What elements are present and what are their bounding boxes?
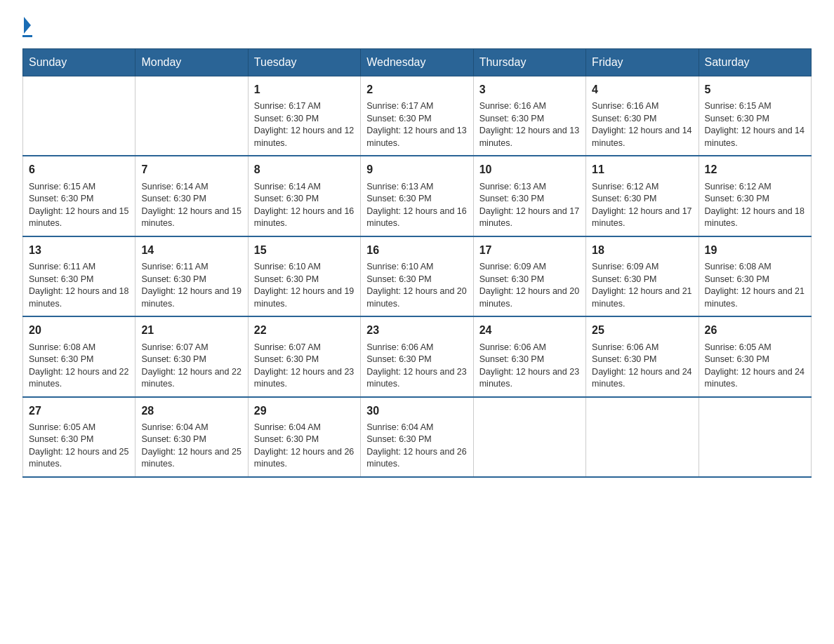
day-number: 7 — [141, 162, 241, 177]
calendar-cell: 5Sunrise: 6:15 AMSunset: 6:30 PMDaylight… — [699, 76, 811, 156]
weekday-header-thursday: Thursday — [473, 49, 585, 76]
day-info: Sunrise: 6:10 AMSunset: 6:30 PMDaylight:… — [254, 261, 355, 310]
calendar-cell: 30Sunrise: 6:04 AMSunset: 6:30 PMDayligh… — [361, 397, 473, 477]
logo-underline — [22, 35, 32, 37]
day-number: 2 — [366, 82, 467, 98]
calendar-cell — [23, 76, 135, 156]
calendar-cell: 6Sunrise: 6:15 AMSunset: 6:30 PMDaylight… — [23, 156, 135, 236]
calendar-week-1: 1Sunrise: 6:17 AMSunset: 6:30 PMDaylight… — [23, 76, 812, 156]
day-number: 1 — [254, 82, 355, 98]
day-number: 16 — [366, 243, 467, 258]
calendar-cell: 25Sunrise: 6:06 AMSunset: 6:30 PMDayligh… — [586, 316, 699, 396]
day-number: 29 — [254, 403, 355, 419]
day-number: 26 — [705, 323, 805, 338]
calendar-cell: 18Sunrise: 6:09 AMSunset: 6:30 PMDayligh… — [586, 236, 699, 316]
calendar-cell — [699, 397, 811, 477]
day-number: 17 — [479, 243, 580, 258]
day-number: 28 — [141, 403, 241, 419]
calendar-week-4: 20Sunrise: 6:08 AMSunset: 6:30 PMDayligh… — [23, 316, 812, 396]
weekday-header-monday: Monday — [135, 49, 248, 76]
day-number: 8 — [254, 162, 355, 177]
day-info: Sunrise: 6:12 AMSunset: 6:30 PMDaylight:… — [592, 181, 692, 230]
calendar-cell: 28Sunrise: 6:04 AMSunset: 6:30 PMDayligh… — [135, 397, 248, 477]
day-number: 5 — [705, 82, 805, 98]
day-info: Sunrise: 6:14 AMSunset: 6:30 PMDaylight:… — [254, 181, 355, 230]
day-info: Sunrise: 6:11 AMSunset: 6:30 PMDaylight:… — [29, 261, 129, 310]
day-number: 19 — [705, 243, 805, 258]
calendar-cell — [135, 76, 248, 156]
day-number: 22 — [254, 323, 355, 338]
calendar-cell: 2Sunrise: 6:17 AMSunset: 6:30 PMDaylight… — [361, 76, 473, 156]
day-info: Sunrise: 6:17 AMSunset: 6:30 PMDaylight:… — [366, 100, 467, 149]
day-info: Sunrise: 6:13 AMSunset: 6:30 PMDaylight:… — [366, 181, 467, 230]
logo — [22, 17, 32, 37]
page-header — [22, 17, 812, 37]
day-number: 21 — [141, 323, 241, 338]
day-info: Sunrise: 6:09 AMSunset: 6:30 PMDaylight:… — [592, 261, 692, 310]
weekday-header-wednesday: Wednesday — [361, 49, 473, 76]
day-info: Sunrise: 6:17 AMSunset: 6:30 PMDaylight:… — [254, 100, 355, 149]
calendar-cell: 3Sunrise: 6:16 AMSunset: 6:30 PMDaylight… — [473, 76, 585, 156]
day-info: Sunrise: 6:06 AMSunset: 6:30 PMDaylight:… — [592, 342, 692, 391]
day-info: Sunrise: 6:07 AMSunset: 6:30 PMDaylight:… — [141, 342, 241, 391]
calendar-cell: 16Sunrise: 6:10 AMSunset: 6:30 PMDayligh… — [361, 236, 473, 316]
day-number: 13 — [29, 243, 129, 258]
calendar-cell: 19Sunrise: 6:08 AMSunset: 6:30 PMDayligh… — [699, 236, 811, 316]
calendar-cell: 26Sunrise: 6:05 AMSunset: 6:30 PMDayligh… — [699, 316, 811, 396]
calendar-week-5: 27Sunrise: 6:05 AMSunset: 6:30 PMDayligh… — [23, 397, 812, 477]
calendar-cell: 20Sunrise: 6:08 AMSunset: 6:30 PMDayligh… — [23, 316, 135, 396]
day-info: Sunrise: 6:08 AMSunset: 6:30 PMDaylight:… — [705, 261, 805, 310]
calendar-cell: 9Sunrise: 6:13 AMSunset: 6:30 PMDaylight… — [361, 156, 473, 236]
day-number: 11 — [592, 162, 692, 177]
weekday-header-tuesday: Tuesday — [248, 49, 360, 76]
weekday-header-sunday: Sunday — [23, 49, 135, 76]
calendar-cell: 22Sunrise: 6:07 AMSunset: 6:30 PMDayligh… — [248, 316, 360, 396]
day-number: 4 — [592, 82, 692, 98]
day-info: Sunrise: 6:16 AMSunset: 6:30 PMDaylight:… — [479, 100, 580, 149]
logo-triangle-icon — [24, 17, 31, 34]
day-number: 6 — [29, 162, 129, 177]
day-number: 27 — [29, 403, 129, 419]
day-number: 24 — [479, 323, 580, 338]
calendar-cell: 24Sunrise: 6:06 AMSunset: 6:30 PMDayligh… — [473, 316, 585, 396]
calendar-cell — [586, 397, 699, 477]
calendar-cell: 8Sunrise: 6:14 AMSunset: 6:30 PMDaylight… — [248, 156, 360, 236]
calendar-cell: 23Sunrise: 6:06 AMSunset: 6:30 PMDayligh… — [361, 316, 473, 396]
day-info: Sunrise: 6:13 AMSunset: 6:30 PMDaylight:… — [479, 181, 580, 230]
day-number: 23 — [366, 323, 467, 338]
calendar-cell — [473, 397, 585, 477]
day-info: Sunrise: 6:11 AMSunset: 6:30 PMDaylight:… — [141, 261, 241, 310]
day-info: Sunrise: 6:14 AMSunset: 6:30 PMDaylight:… — [141, 181, 241, 230]
day-info: Sunrise: 6:06 AMSunset: 6:30 PMDaylight:… — [366, 342, 467, 391]
calendar-cell: 4Sunrise: 6:16 AMSunset: 6:30 PMDaylight… — [586, 76, 699, 156]
day-number: 3 — [479, 82, 580, 98]
day-info: Sunrise: 6:16 AMSunset: 6:30 PMDaylight:… — [592, 100, 692, 149]
calendar-cell: 7Sunrise: 6:14 AMSunset: 6:30 PMDaylight… — [135, 156, 248, 236]
calendar-cell: 14Sunrise: 6:11 AMSunset: 6:30 PMDayligh… — [135, 236, 248, 316]
day-info: Sunrise: 6:15 AMSunset: 6:30 PMDaylight:… — [705, 100, 805, 149]
calendar-cell: 11Sunrise: 6:12 AMSunset: 6:30 PMDayligh… — [586, 156, 699, 236]
day-info: Sunrise: 6:09 AMSunset: 6:30 PMDaylight:… — [479, 261, 580, 310]
calendar-week-3: 13Sunrise: 6:11 AMSunset: 6:30 PMDayligh… — [23, 236, 812, 316]
calendar-cell: 15Sunrise: 6:10 AMSunset: 6:30 PMDayligh… — [248, 236, 360, 316]
day-info: Sunrise: 6:04 AMSunset: 6:30 PMDaylight:… — [366, 422, 467, 471]
calendar-cell: 29Sunrise: 6:04 AMSunset: 6:30 PMDayligh… — [248, 397, 360, 477]
calendar-cell: 10Sunrise: 6:13 AMSunset: 6:30 PMDayligh… — [473, 156, 585, 236]
day-number: 10 — [479, 162, 580, 177]
day-info: Sunrise: 6:07 AMSunset: 6:30 PMDaylight:… — [254, 342, 355, 391]
day-number: 18 — [592, 243, 692, 258]
day-info: Sunrise: 6:04 AMSunset: 6:30 PMDaylight:… — [254, 422, 355, 471]
calendar-cell: 21Sunrise: 6:07 AMSunset: 6:30 PMDayligh… — [135, 316, 248, 396]
calendar-week-2: 6Sunrise: 6:15 AMSunset: 6:30 PMDaylight… — [23, 156, 812, 236]
day-number: 14 — [141, 243, 241, 258]
weekday-header-row: SundayMondayTuesdayWednesdayThursdayFrid… — [23, 49, 812, 76]
day-info: Sunrise: 6:04 AMSunset: 6:30 PMDaylight:… — [141, 422, 241, 471]
day-info: Sunrise: 6:05 AMSunset: 6:30 PMDaylight:… — [705, 342, 805, 391]
calendar-table: SundayMondayTuesdayWednesdayThursdayFrid… — [22, 48, 812, 478]
day-number: 25 — [592, 323, 692, 338]
day-number: 9 — [366, 162, 467, 177]
day-number: 30 — [366, 403, 467, 419]
day-number: 15 — [254, 243, 355, 258]
day-info: Sunrise: 6:06 AMSunset: 6:30 PMDaylight:… — [479, 342, 580, 391]
calendar-cell: 17Sunrise: 6:09 AMSunset: 6:30 PMDayligh… — [473, 236, 585, 316]
